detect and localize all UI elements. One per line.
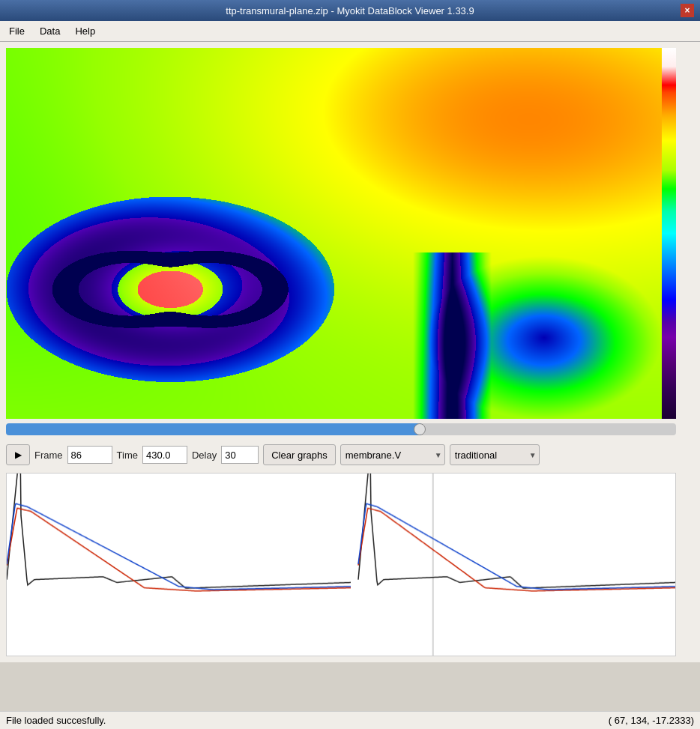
delay-input[interactable] bbox=[221, 446, 259, 464]
heatmap-canvas[interactable] bbox=[6, 48, 662, 419]
graph-canvas[interactable] bbox=[7, 474, 675, 656]
menu-item-file[interactable]: File bbox=[3, 23, 31, 39]
menu-bar: File Data Help bbox=[0, 21, 700, 42]
close-button[interactable]: × bbox=[681, 4, 694, 17]
play-button[interactable]: ▶ bbox=[6, 444, 30, 465]
status-right: ( 67, 134, -17.2333) bbox=[609, 715, 694, 726]
visualization-area bbox=[6, 48, 694, 419]
frame-label: Frame bbox=[34, 450, 63, 461]
variable-dropdown[interactable]: membrane.V bbox=[340, 444, 445, 465]
window-title: ttp-transmural-plane.zip - Myokit DataBl… bbox=[19, 5, 681, 16]
controls-row: ▶ Frame Time Delay Clear graphs membrane… bbox=[6, 441, 694, 468]
menu-item-data[interactable]: Data bbox=[34, 23, 66, 39]
graph-area bbox=[6, 473, 676, 656]
slider-row bbox=[6, 422, 694, 437]
menu-item-help[interactable]: Help bbox=[69, 23, 101, 39]
frame-input[interactable] bbox=[67, 446, 112, 464]
time-label: Time bbox=[117, 450, 138, 461]
variable-dropdown-container: membrane.V ▼ bbox=[340, 444, 445, 465]
colorbar bbox=[662, 48, 676, 419]
colormap-dropdown-container: traditional ▼ bbox=[450, 444, 540, 465]
title-bar: ttp-transmural-plane.zip - Myokit DataBl… bbox=[0, 0, 700, 21]
delay-label: Delay bbox=[192, 450, 217, 461]
time-input[interactable] bbox=[142, 446, 187, 464]
frame-slider[interactable] bbox=[6, 423, 676, 435]
clear-graphs-button[interactable]: Clear graphs bbox=[263, 444, 335, 465]
colormap-dropdown[interactable]: traditional bbox=[450, 444, 540, 465]
status-left: File loaded succesfully. bbox=[6, 715, 106, 726]
status-bar: File loaded succesfully. ( 67, 134, -17.… bbox=[0, 711, 700, 729]
